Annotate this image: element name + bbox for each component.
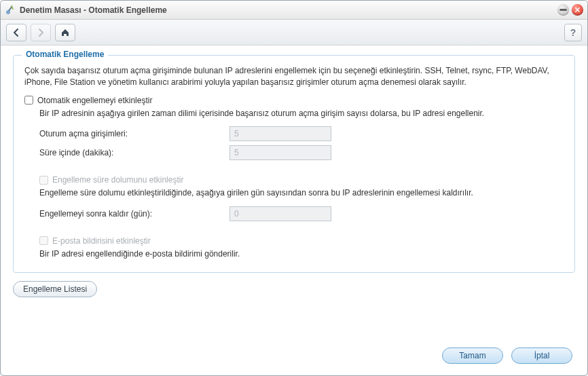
window: Denetim Masası - Otomatik Engelleme ? Ot… — [0, 0, 588, 376]
expire-days-label: Engellemeyi sonra kaldır (gün): — [39, 209, 229, 219]
minimize-button[interactable] — [557, 4, 569, 16]
within-minutes-row: Süre içinde (dakika): — [39, 145, 564, 160]
content-area: Otomatik Engelleme Çok sayıda başarısız … — [1, 45, 587, 340]
app-icon — [5, 5, 16, 16]
login-attempts-row: Oturum açma girişimleri: — [39, 126, 564, 141]
enable-expiration-checkbox[interactable] — [39, 176, 48, 185]
home-button[interactable] — [55, 24, 75, 41]
login-attempts-label: Oturum açma girişimleri: — [39, 129, 229, 138]
auto-block-fieldset: Otomatik Engelleme Çok sayıda başarısız … — [13, 55, 575, 273]
expiration-desc: Engelleme süre dolumu etkinleştirildiğin… — [39, 187, 564, 199]
window-title: Denetim Masası - Otomatik Engelleme — [20, 5, 557, 15]
help-button[interactable]: ? — [564, 24, 582, 41]
enable-autoblock-desc: Bir IP adresinin aşağıya girilen zaman d… — [39, 108, 564, 119]
titlebar: Denetim Masası - Otomatik Engelleme — [1, 1, 587, 20]
back-button[interactable] — [6, 24, 26, 41]
block-list-button[interactable]: Engelleme Listesi — [13, 281, 97, 297]
cancel-button-label: İptal — [534, 351, 550, 360]
expire-days-input[interactable] — [229, 206, 331, 221]
enable-autoblock-label: Otomatik engellemeyi etkinleştir — [37, 96, 152, 105]
cancel-button[interactable]: İptal — [511, 347, 572, 364]
enable-email-row[interactable]: E-posta bildirisini etkinleştir — [39, 236, 564, 246]
toolbar: ? — [1, 20, 587, 45]
svg-rect-3 — [559, 9, 566, 11]
within-minutes-label: Süre içinde (dakika): — [39, 148, 229, 157]
login-attempts-input[interactable] — [229, 126, 331, 141]
help-icon: ? — [570, 27, 576, 38]
ok-button[interactable]: Tamam — [442, 347, 503, 364]
close-button[interactable] — [572, 4, 583, 16]
email-desc: Bir IP adresi engellendiğinde e-posta bi… — [39, 248, 564, 260]
ok-button-label: Tamam — [459, 351, 485, 360]
fieldset-description: Çok sayıda başarısız oturum açma girişim… — [24, 65, 564, 89]
enable-email-checkbox[interactable] — [39, 236, 48, 245]
window-buttons — [557, 4, 583, 16]
enable-autoblock-row[interactable]: Otomatik engellemeyi etkinleştir — [24, 96, 564, 105]
within-minutes-input[interactable] — [229, 145, 331, 160]
forward-button[interactable] — [31, 24, 51, 41]
block-list-button-label: Engelleme Listesi — [23, 284, 87, 294]
expire-days-row: Engellemeyi sonra kaldır (gün): — [39, 206, 564, 221]
enable-expiration-row[interactable]: Engelleme süre dolumunu etkinleştir — [39, 175, 564, 185]
dialog-footer: Tamam İptal — [1, 340, 587, 375]
enable-email-label: E-posta bildirisini etkinleştir — [52, 236, 151, 246]
fieldset-legend: Otomatik Engelleme — [22, 50, 108, 59]
enable-autoblock-checkbox[interactable] — [24, 96, 33, 105]
enable-expiration-label: Engelleme süre dolumunu etkinleştir — [52, 175, 183, 185]
